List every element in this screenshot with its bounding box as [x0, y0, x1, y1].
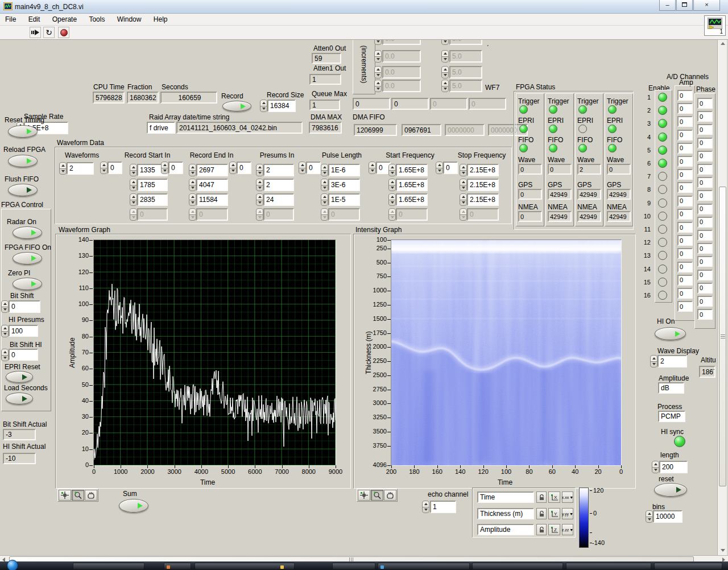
index-field[interactable]: 0 — [237, 162, 251, 174]
ad-amp-field[interactable]: 0 — [677, 222, 693, 233]
wf7-spinner[interactable] — [441, 66, 449, 79]
ad-phase-field[interactable]: 0 — [697, 309, 713, 320]
wf7-field[interactable]: 5.0 — [449, 80, 482, 92]
amplitude-mode-field[interactable]: dB — [658, 382, 684, 394]
ad-amp-field[interactable]: 0 — [677, 130, 693, 141]
wf-pan-tool-button[interactable] — [85, 490, 97, 501]
record-end-in-field[interactable]: 0 — [196, 208, 228, 221]
ad-phase-field[interactable]: 0 — [697, 111, 713, 122]
echo-channel-spinner[interactable] — [422, 501, 429, 513]
presums-in-field[interactable]: 24 — [263, 193, 294, 206]
ad-enable-led[interactable] — [658, 265, 667, 274]
value-spinner[interactable] — [321, 208, 328, 221]
value-spinner[interactable] — [321, 164, 328, 176]
stop-frequency-field[interactable]: 2.15E+8 — [467, 164, 499, 176]
menu-tools[interactable]: Tools — [84, 14, 110, 23]
ad-amp-field[interactable]: 0 — [677, 235, 693, 246]
wf7-field[interactable]: 5.0 — [449, 50, 482, 63]
x-format-button[interactable]: x.xx▼ — [562, 491, 573, 503]
ad-enable-led[interactable] — [658, 199, 667, 208]
value-spinner[interactable] — [256, 164, 263, 176]
increment-field[interactable]: 0.0 — [382, 40, 421, 45]
value-spinner[interactable] — [388, 179, 396, 191]
maximize-button[interactable] — [676, 0, 693, 11]
ad-phase-field[interactable]: 0 — [697, 270, 713, 280]
index-spinner[interactable] — [369, 162, 376, 174]
menu-operate[interactable]: Operate — [47, 14, 82, 23]
ad-enable-led[interactable] — [658, 133, 667, 142]
start-button[interactable] — [7, 560, 18, 570]
bit-shift-field[interactable]: 0 — [9, 300, 40, 313]
color-ramp[interactable] — [579, 488, 589, 548]
wf-cursor-tool-button[interactable] — [59, 490, 71, 501]
ad-amp-field[interactable]: 0 — [677, 103, 693, 114]
intensity-image[interactable] — [391, 240, 621, 465]
presums-in-field[interactable]: 0 — [263, 208, 294, 221]
epri-reset-button[interactable] — [6, 371, 33, 383]
taskbar-button[interactable] — [332, 563, 375, 569]
ad-phase-field[interactable]: 0 — [697, 204, 713, 214]
taskbar-button[interactable] — [472, 563, 563, 569]
increment-field[interactable]: 0.0 — [382, 80, 421, 92]
value-spinner[interactable] — [460, 193, 467, 206]
menu-file[interactable]: File — [0, 14, 21, 23]
sum-button[interactable] — [119, 499, 148, 513]
ad-amp-field[interactable]: 0 — [677, 143, 693, 154]
wf7-spinner[interactable] — [441, 80, 449, 92]
waveform-plot[interactable] — [94, 240, 336, 465]
length-field[interactable]: 200 — [659, 461, 688, 473]
ig-pan-tool-button[interactable] — [384, 490, 396, 501]
z-scale-lock-button[interactable] — [536, 524, 547, 535]
index-spinner[interactable] — [299, 162, 306, 174]
value-spinner[interactable] — [189, 179, 196, 191]
value-spinner[interactable] — [256, 179, 263, 191]
reset-button[interactable] — [654, 483, 687, 497]
value-spinner[interactable] — [189, 193, 196, 206]
increment-spinner[interactable] — [374, 80, 382, 92]
ad-enable-led[interactable] — [658, 146, 667, 155]
bit-shift-hi-field[interactable]: 0 — [9, 349, 38, 361]
start-frequency-field[interactable]: 1.65E+8 — [396, 193, 428, 206]
ad-enable-led[interactable] — [658, 159, 667, 168]
scroll-up-icon[interactable] — [721, 42, 725, 45]
fpga-fifo-on-button[interactable] — [13, 252, 42, 265]
bit-shift-hi-spinner[interactable] — [1, 349, 9, 361]
index-field[interactable]: 0 — [107, 162, 122, 174]
ig-cursor-tool-button[interactable] — [358, 490, 370, 501]
bins-field[interactable]: 10000 — [653, 510, 682, 523]
length-spinner[interactable] — [652, 461, 659, 473]
start-frequency-field[interactable]: 1.65E+8 — [396, 179, 428, 191]
bins-spinner[interactable] — [646, 510, 653, 523]
value-spinner[interactable] — [321, 179, 328, 191]
value-spinner[interactable] — [256, 208, 263, 221]
wf7-spinner[interactable] — [441, 50, 449, 63]
increment-spinner[interactable] — [374, 66, 382, 79]
ad-phase-field[interactable]: 0 — [697, 217, 713, 228]
ad-amp-field[interactable]: 0 — [677, 262, 693, 272]
value-spinner[interactable] — [460, 208, 467, 221]
ad-amp-field[interactable]: 0 — [677, 169, 693, 180]
taskbar-button[interactable] — [654, 563, 722, 569]
minimize-button[interactable]: – — [659, 0, 676, 11]
ad-amp-field[interactable]: 0 — [677, 182, 693, 193]
z-format-button[interactable]: z.zz▼ — [562, 524, 573, 535]
wf7-spinner[interactable] — [441, 40, 449, 45]
x-scale-name-field[interactable]: Time — [477, 491, 534, 503]
pulse-length-field[interactable]: 0 — [328, 208, 360, 221]
index-spinner[interactable] — [436, 162, 443, 174]
increment-field[interactable]: 0.0 — [382, 50, 421, 63]
ad-phase-field[interactable]: 0 — [697, 296, 713, 307]
taskbar-button[interactable] — [195, 563, 295, 569]
ad-phase-field[interactable]: 0 — [697, 283, 713, 294]
ad-amp-field[interactable]: 0 — [677, 209, 693, 220]
pulse-length-field[interactable]: 1E-6 — [328, 164, 360, 176]
record-end-in-field[interactable]: 4047 — [196, 179, 228, 191]
taskbar-button[interactable] — [73, 563, 144, 569]
taskbar-button[interactable] — [164, 563, 191, 569]
ad-amp-field[interactable]: 0 — [677, 196, 693, 206]
record-start-in-field[interactable]: 0 — [137, 208, 168, 221]
ad-amp-field[interactable]: 0 — [677, 90, 693, 101]
ad-amp-field[interactable]: 0 — [677, 116, 693, 127]
record-start-in-field[interactable]: 2835 — [137, 193, 168, 206]
ad-enable-led[interactable] — [658, 291, 667, 300]
